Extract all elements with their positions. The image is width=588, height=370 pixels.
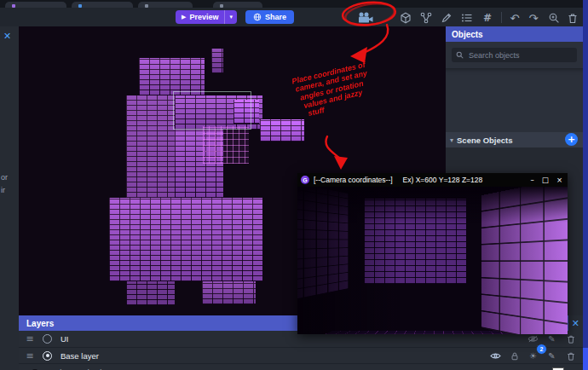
pencil-icon: ✎ <box>548 351 555 361</box>
delete-layer-button[interactable] <box>565 350 576 361</box>
share-button-label: Share <box>265 13 286 21</box>
drag-handle-icon[interactable]: ≡ <box>24 333 36 344</box>
scene-graph-tool-icon[interactable] <box>419 11 433 25</box>
cube-icon <box>400 12 412 24</box>
background-color-row[interactable]: Background color <box>19 363 583 370</box>
chevron-down-icon: ▾ <box>450 136 453 144</box>
grid-icon: # <box>483 12 492 24</box>
background-color-label: Background color <box>46 367 109 370</box>
right-scrollbar[interactable] <box>583 0 588 370</box>
close-left-panel-icon[interactable]: ✕ <box>3 31 11 42</box>
gdevelop-logo: G <box>301 176 309 184</box>
share-button[interactable]: Share <box>245 10 294 24</box>
pen-icon <box>441 12 453 24</box>
tilemap-wall <box>202 281 256 304</box>
grid-toggle-icon[interactable]: # <box>481 11 494 25</box>
sun-icon: ☀ <box>529 351 537 361</box>
lock-layer-button[interactable] <box>509 350 520 361</box>
drag-handle-icon[interactable]: ≡ <box>24 350 36 361</box>
eye-off-icon <box>527 335 539 343</box>
undo-button[interactable]: ↶ <box>508 11 522 25</box>
objects-panel-header: Objects <box>446 26 583 42</box>
selection-rectangle <box>173 91 251 130</box>
game-preview-window: G [--Camera coordinates--] Ex) X=600 Y=1… <box>297 173 568 334</box>
left-rail: ✕ or ir <box>0 26 19 370</box>
layer-label: Base layer <box>61 351 99 361</box>
top-tabs-strip <box>0 0 588 8</box>
tilemap-wall <box>211 49 223 73</box>
toolbar-separator <box>501 12 502 23</box>
delete-layer-button[interactable] <box>565 333 576 344</box>
panel-edge-text-fragment: ir <box>1 186 5 194</box>
layer-active-radio[interactable] <box>43 351 52 361</box>
preview-options-caret[interactable]: ▾ <box>225 14 237 20</box>
search-icon <box>456 51 464 59</box>
redo-button[interactable]: ↷ <box>527 11 540 25</box>
magnifier-icon <box>548 12 560 24</box>
window-title-example: Ex) X=600 Y=128 Z=128 <box>403 176 483 184</box>
eye-icon <box>490 352 501 360</box>
window-title: [--Camera coordinates--] <box>314 176 393 184</box>
maximize-button[interactable]: □ <box>542 176 549 184</box>
scene-objects-label: Scene Objects <box>457 136 512 145</box>
pencil-icon: ✎ <box>548 334 555 344</box>
effects-count-badge: 2 <box>536 344 547 355</box>
layer-active-radio[interactable] <box>43 334 52 344</box>
preview-window-titlebar[interactable]: G [--Camera coordinates--] Ex) X=600 Y=1… <box>297 173 568 187</box>
game-3d-viewport[interactable] <box>297 187 568 334</box>
lock-icon <box>510 351 519 361</box>
tile-placement-grid <box>203 126 249 164</box>
edit-layer-button[interactable]: ✎ <box>546 350 557 361</box>
main-toolbar: ▶ Preview ▾ Share <box>0 8 588 27</box>
tilemap-wall <box>260 119 304 142</box>
preview-button[interactable]: ▶ Preview ▾ <box>176 10 237 24</box>
visibility-off-button[interactable] <box>527 333 539 344</box>
edit-tool-icon[interactable] <box>440 11 453 25</box>
layer-label: UI <box>61 334 69 344</box>
3d-box-tool-icon[interactable] <box>399 11 412 25</box>
trash-icon <box>567 351 575 361</box>
search-objects-box[interactable] <box>452 48 577 62</box>
left-shade <box>297 187 400 334</box>
add-object-button[interactable]: + <box>565 133 578 146</box>
play-icon: ▶ <box>182 14 186 20</box>
redo-icon: ↷ <box>529 13 539 24</box>
scrollbar-thumb[interactable] <box>583 348 588 370</box>
minimize-button[interactable]: – <box>531 176 534 184</box>
tilemap-wall <box>109 198 262 281</box>
properties-tool-icon[interactable] <box>460 11 474 25</box>
layers-panel-title: Layers <box>26 319 54 328</box>
camera-tool-icon[interactable] <box>355 10 377 26</box>
objects-panel-title: Objects <box>452 30 483 39</box>
edit-layer-button[interactable]: ✎ <box>546 333 557 344</box>
nodes-icon <box>420 12 432 24</box>
close-layers-panel-icon[interactable]: ✕ <box>572 318 579 329</box>
layer-row-base[interactable]: ≡ Base layer ☀ ✎ 2 <box>19 347 583 363</box>
trash-icon <box>567 334 575 344</box>
trash-icon <box>568 13 578 24</box>
globe-icon <box>253 13 262 21</box>
preview-button-label: Preview <box>189 13 218 21</box>
objects-list-empty <box>446 68 583 132</box>
scene-objects-section[interactable]: ▾ Scene Objects + <box>446 132 583 147</box>
video-camera-icon <box>357 12 374 24</box>
options-list-icon <box>461 12 473 24</box>
search-objects-input[interactable] <box>467 50 573 61</box>
tilemap-wall <box>139 58 205 95</box>
undo-icon: ↶ <box>510 13 520 24</box>
visibility-button[interactable] <box>490 350 501 361</box>
zoom-button[interactable] <box>547 11 561 25</box>
close-window-button[interactable]: × <box>556 176 562 184</box>
delete-button[interactable] <box>566 11 579 25</box>
panel-edge-text-fragment: or <box>1 173 8 182</box>
